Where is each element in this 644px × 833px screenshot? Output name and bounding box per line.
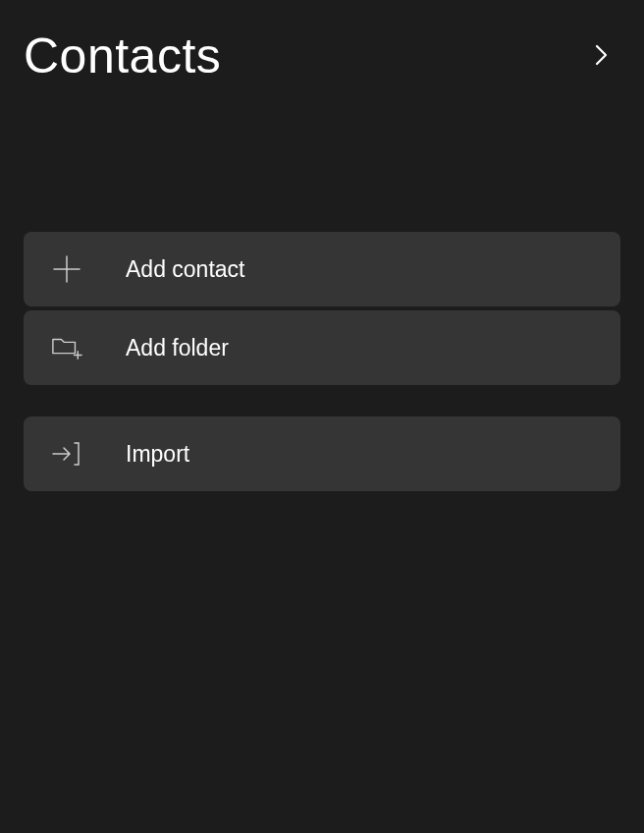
add-folder-label: Add folder — [126, 335, 229, 361]
import-icon — [51, 438, 82, 470]
action-group-add: Add contact Add folder — [24, 232, 620, 385]
import-button[interactable]: Import — [24, 416, 620, 491]
import-label: Import — [126, 441, 189, 468]
action-group-import: Import — [24, 416, 620, 491]
folder-plus-icon — [51, 332, 82, 363]
chevron-right-icon — [595, 44, 609, 69]
page-title: Contacts — [24, 28, 221, 84]
add-contact-label: Add contact — [126, 256, 244, 283]
add-folder-button[interactable]: Add folder — [24, 310, 620, 385]
expand-button[interactable] — [587, 36, 617, 77]
plus-icon — [51, 253, 82, 285]
add-contact-button[interactable]: Add contact — [24, 232, 620, 306]
header: Contacts — [0, 0, 644, 84]
actions-container: Add contact Add folder Import — [0, 84, 644, 491]
